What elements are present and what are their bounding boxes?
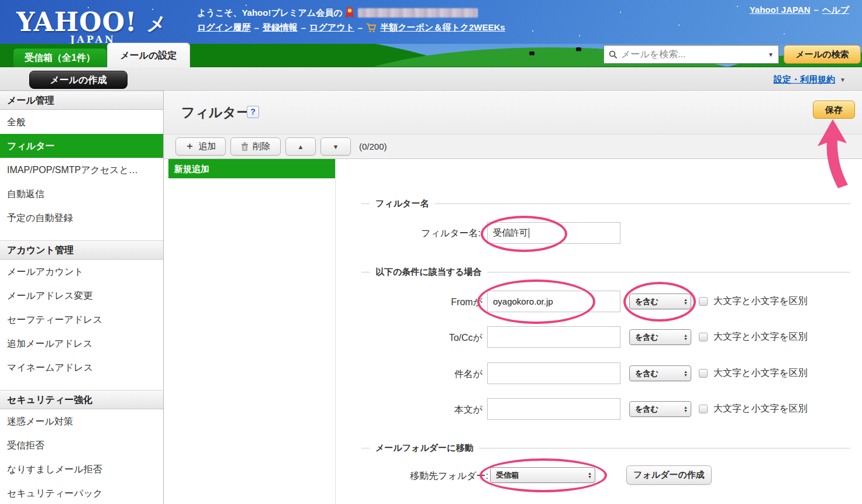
tocc-input[interactable] [487,326,620,348]
from-input[interactable]: oyagokoro.or.jp [487,291,620,312]
yahoo-logo-text: YAHOO! [16,7,137,37]
move-up-button[interactable]: ▲ [285,137,316,156]
sidebar-item-spam-measures[interactable]: 迷惑メール対策 [0,409,163,433]
coupon-promo-link[interactable]: 半額クーポン＆得トク2WEEKs [380,22,505,33]
select-arrows-icon: ▲▼ [684,370,688,377]
sidebar-section-title: アカウント管理 [0,240,163,260]
content-title-bar: フィルター ? 保存 [164,91,862,134]
yahoo-mail-logo[interactable]: YAHOO! JAPAN メール [16,7,137,37]
select-arrows-icon: ▲▼ [684,406,688,413]
tab-inbox[interactable]: 受信箱（全1件） [13,48,107,67]
filter-settings-content: フィルター ? 保存 ＋ 追加 削除 ▲ [164,91,862,504]
body-label: 本文が [343,404,482,416]
premium-badge-icon [345,7,354,19]
plus-icon: ＋ [185,140,195,153]
delete-filter-button[interactable]: 削除 [230,137,281,156]
tocc-label: To/Ccが [343,332,482,344]
search-scope-caret-icon[interactable]: ▼ [768,51,774,58]
sidebar-item-additional-address[interactable]: 追加メールアドレス [0,332,163,355]
settings-terms-link[interactable]: 設定・利用規約 [774,74,835,85]
body-case-label: 大文字と小文字を区別 [713,403,808,415]
up-arrow-icon: ▲ [298,143,304,150]
sidebar-item-auto-register[interactable]: 予定の自動登録 [0,206,163,230]
welcome-line: ようこそ、Yahoo!プレミアム会員の [197,7,478,19]
subject-case-checkbox[interactable] [699,369,708,378]
cart-icon [366,23,377,33]
registration-info-link[interactable]: 登録情報 [263,22,298,33]
animal-silhouette [529,51,535,55]
save-button[interactable]: 保存 [813,101,855,119]
filter-name-input[interactable]: 受信許可 [487,222,620,244]
separator: – [301,23,306,33]
account-links: ログイン履歴 – 登録情報 – ログアウト – 半額クーポン＆得トク2WEEKs [197,22,505,33]
from-match-select[interactable]: を含む ▲▼ [629,294,691,309]
search-mail-button[interactable]: メールの検索 [784,45,861,64]
add-button-label: 追加 [199,141,216,152]
filter-name-label: フィルター名: [343,227,481,240]
sidebar-item-safety-address[interactable]: セーフティーアドレス [0,308,163,332]
sidebar-item-block-sender[interactable]: 受信拒否 [0,433,163,457]
sidebar-section-title: メール管理 [0,91,163,110]
compose-mail-button[interactable]: メールの作成 [29,71,127,89]
subject-case-label: 大文字と小文字を区別 [713,367,808,379]
sidebar-item-security-pack[interactable]: セキュリティーパック [0,481,163,504]
filter-list-item-new[interactable]: 新規追加 [168,159,335,178]
filter-name-value: 受信許可 [493,227,528,239]
create-folder-button[interactable]: フォルダーの作成 [626,465,712,485]
from-case-label: 大文字と小文字を区別 [713,295,808,308]
filter-edit-form: フィルター名 フィルター名: 受信許可 以下の条件に該当する場合 Fromが o… [343,159,862,504]
search-icon [609,50,618,59]
page-title: フィルター [181,103,250,122]
search-input[interactable] [621,49,764,60]
from-case-checkbox[interactable] [699,297,708,306]
sidebar-section-mail: メール管理 全般 フィルター IMAP/POP/SMTPアクセスと… 自動返信 … [0,91,163,230]
conditions-legend: 以下の条件に該当する場合 [361,266,850,278]
move-down-button[interactable]: ▼ [320,137,351,156]
subject-match-select[interactable]: を含む ▲▼ [629,365,691,381]
sidebar-item-myname-address[interactable]: マイネームアドレス [0,355,163,379]
trash-icon [241,142,249,151]
sidebar-item-change-address[interactable]: メールアドレス変更 [0,284,163,308]
text-cursor [529,228,529,238]
from-value: oyagokoro.or.jp [493,296,553,306]
body-case-checkbox[interactable] [699,405,708,413]
tocc-case-checkbox[interactable] [699,333,708,341]
sidebar-item-general[interactable]: 全般 [0,110,163,134]
sidebar-section-security: セキュリティー強化 迷惑メール対策 受信拒否 なりすましメール拒否 セキュリティ… [0,390,163,504]
sidebar-item-filter[interactable]: フィルター [0,134,163,158]
body-input[interactable] [487,398,620,420]
move-folder-label: 移動先フォルダー: [343,470,488,482]
yahoo-mail-settings-page: YAHOO! JAPAN メール ようこそ、Yahoo!プレミアム会員の ログイ… [0,0,862,504]
sidebar-item-imap-pop-smtp[interactable]: IMAP/POP/SMTPアクセスと… [0,158,163,182]
yahoo-japan-link[interactable]: Yahoo! JAPAN [750,5,811,16]
separator: – [358,23,363,33]
animal-silhouette [576,47,581,51]
tocc-match-select[interactable]: を含む ▲▼ [629,329,691,345]
filter-name-legend: フィルター名 [361,198,850,209]
sidebar-item-mail-account[interactable]: メールアカウント [0,260,163,284]
add-filter-button[interactable]: ＋ 追加 [175,137,226,156]
subject-input[interactable] [487,363,620,384]
filter-list-pane: 新規追加 [168,159,336,504]
tocc-case-label: 大文字と小文字を区別 [713,331,808,343]
chevron-down-icon[interactable]: ▼ [840,77,846,83]
move-folder-select[interactable]: 受信箱 ▲▼ [490,467,595,483]
sidebar-item-auto-reply[interactable]: 自動返信 [0,182,163,206]
help-link[interactable]: ヘルプ [822,5,849,16]
select-arrows-icon: ▲▼ [684,334,688,341]
move-folder-legend: メールフォルダーに移動 [361,442,850,454]
sidebar-section-account: アカウント管理 メールアカウント メールアドレス変更 セーフティーアドレス 追加… [0,240,163,379]
logout-link[interactable]: ログアウト [309,22,354,33]
login-history-link[interactable]: ログイン履歴 [197,22,250,33]
sidebar-item-spoofing-block[interactable]: なりすましメール拒否 [0,457,163,481]
filter-toolbar: ＋ 追加 削除 ▲ ▼ (0/200) [164,134,862,159]
help-icon[interactable]: ? [247,106,259,118]
terms-area: 設定・利用規約 ▼ [774,74,846,85]
body-match-select[interactable]: を含む ▲▼ [629,401,691,417]
welcome-text: ようこそ、Yahoo!プレミアム会員の [197,8,343,19]
separator: – [814,5,819,16]
from-label: Fromが [343,296,482,309]
tab-mail-settings[interactable]: メールの設定 [107,43,190,67]
select-arrows-icon: ▲▼ [684,298,688,305]
top-right-links: Yahoo! JAPAN – ヘルプ [750,5,849,16]
